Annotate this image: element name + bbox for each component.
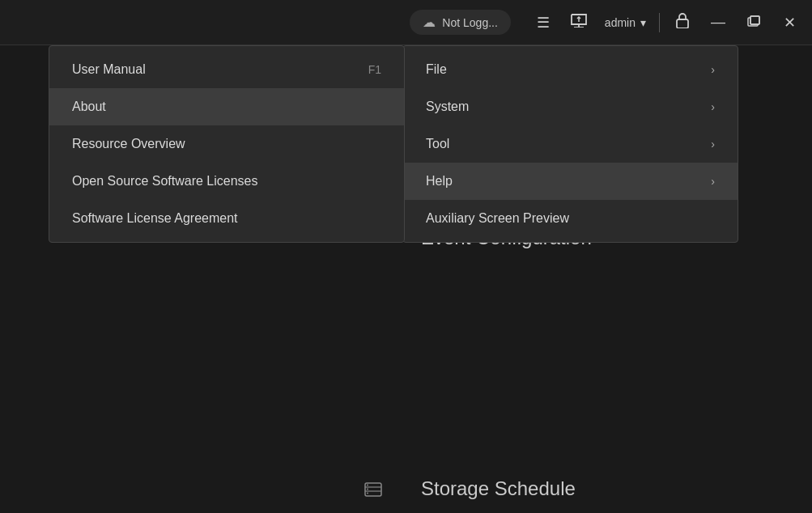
help-arrow-icon: ›: [711, 175, 715, 188]
lock-icon: [675, 12, 690, 32]
dropdown-arrow-icon: ▾: [640, 16, 646, 29]
menu-item-system[interactable]: System ›: [403, 88, 738, 125]
menu-system-label: System: [426, 100, 469, 114]
maximize-icon: [747, 14, 760, 31]
monitor-icon: [570, 13, 588, 32]
software-license-label: Software License Agreement: [72, 211, 238, 226]
storage-schedule-text: Storage Schedule: [421, 477, 576, 500]
user-manual-label: User Manual: [72, 62, 146, 77]
svg-point-11: [367, 489, 368, 490]
tool-arrow-icon: ›: [711, 138, 715, 151]
hamburger-icon: ☰: [537, 14, 550, 32]
admin-button[interactable]: admin ▾: [598, 13, 653, 32]
menu-help-label: Help: [426, 174, 453, 189]
file-arrow-icon: ›: [711, 63, 715, 76]
not-logged-button[interactable]: ☁ Not Logg...: [410, 10, 511, 35]
menu-item-file[interactable]: File ›: [403, 51, 738, 88]
menu-aux-label: Auxiliary Screen Preview: [426, 211, 569, 226]
close-icon: ✕: [784, 14, 796, 32]
admin-label: admin: [605, 16, 636, 29]
main-menu: File › System › Tool › Help › Auxiliary …: [402, 45, 738, 243]
submenu-item-user-manual[interactable]: User Manual F1: [49, 51, 404, 88]
storage-icon: [364, 482, 382, 501]
about-label: About: [72, 100, 106, 114]
menu-file-label: File: [426, 62, 447, 77]
titlebar: ☁ Not Logg... ☰ admin ▾ —: [0, 0, 812, 45]
resource-overview-label: Resource Overview: [72, 137, 185, 151]
lock-button[interactable]: [666, 6, 699, 39]
system-arrow-icon: ›: [711, 100, 715, 113]
open-source-label: Open Source Software Licenses: [72, 174, 257, 189]
svg-rect-3: [677, 19, 688, 28]
minimize-icon: —: [711, 14, 725, 31]
maximize-button[interactable]: [738, 6, 770, 39]
menu-tool-label: Tool: [426, 137, 449, 151]
user-manual-shortcut: F1: [368, 63, 381, 76]
svg-point-10: [367, 485, 368, 486]
titlebar-divider: [659, 13, 660, 32]
submenu-item-software-license[interactable]: Software License Agreement: [49, 200, 404, 237]
submenu-item-resource-overview[interactable]: Resource Overview: [49, 125, 404, 163]
cloud-icon: ☁: [423, 15, 436, 30]
menu-item-help[interactable]: Help ›: [403, 163, 738, 200]
menu-item-tool[interactable]: Tool ›: [403, 125, 738, 163]
submenu-item-open-source[interactable]: Open Source Software Licenses: [49, 163, 404, 200]
hamburger-menu-button[interactable]: ☰: [527, 6, 559, 39]
close-button[interactable]: ✕: [773, 6, 806, 39]
minimize-button[interactable]: —: [702, 6, 734, 39]
help-submenu: User Manual F1 About Resource Overview O…: [49, 45, 405, 243]
submenu-item-about[interactable]: About: [49, 88, 404, 125]
monitor-button[interactable]: [563, 6, 595, 39]
not-logged-label: Not Logg...: [442, 16, 498, 29]
svg-rect-5: [750, 16, 759, 24]
svg-point-12: [367, 493, 368, 494]
menu-item-aux-screen[interactable]: Auxiliary Screen Preview: [403, 200, 738, 237]
